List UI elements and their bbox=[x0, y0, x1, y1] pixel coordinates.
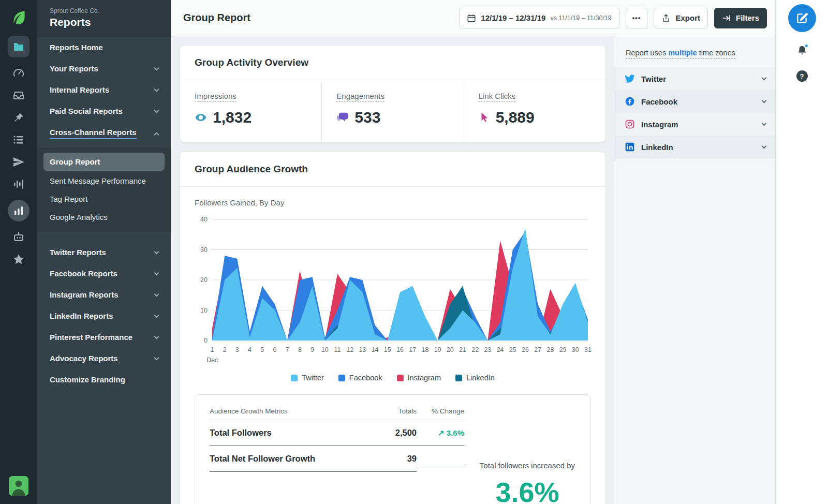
sidebar-item-customize-branding[interactable]: Customize Branding bbox=[37, 369, 171, 390]
legend-item-linkedin[interactable]: LinkedIn bbox=[455, 374, 495, 382]
reports-folder-icon[interactable] bbox=[8, 36, 29, 57]
chevron-down-icon bbox=[762, 76, 767, 81]
table-row-total: 39 bbox=[354, 446, 417, 472]
chevron-down-icon bbox=[762, 121, 767, 126]
sidebar-item-label: Facebook Reports bbox=[50, 269, 117, 278]
svg-text:14: 14 bbox=[372, 346, 379, 353]
sidebar: Sprout Coffee Co. Reports Reports Home Y… bbox=[37, 0, 171, 504]
sidebar-item-paid-social-reports[interactable]: Paid Social Reports bbox=[37, 100, 171, 122]
dashboard-gauge-icon[interactable] bbox=[12, 66, 25, 80]
metric-label[interactable]: Engagements bbox=[336, 92, 385, 102]
filters-button[interactable]: Filters bbox=[714, 8, 767, 28]
svg-text:7: 7 bbox=[286, 346, 289, 353]
sidebar-subitem-google-analytics[interactable]: Google Analytics bbox=[37, 208, 171, 226]
network-row-instagram[interactable]: Instagram bbox=[615, 113, 775, 136]
sprout-logo-icon[interactable] bbox=[9, 7, 28, 27]
sidebar-item-your-reports[interactable]: Your Reports bbox=[37, 58, 171, 79]
audience-growth-chart: 0102030401234567891011121314151617181920… bbox=[195, 210, 592, 365]
sidebar-subitem-group-report[interactable]: Group Report bbox=[43, 153, 165, 171]
metric-value: 5,889 bbox=[496, 109, 535, 126]
facebook-icon bbox=[625, 96, 635, 107]
chevron-down-icon bbox=[762, 144, 767, 149]
legend-label: Twitter bbox=[302, 374, 324, 382]
audience-growth-table: Audience Growth Metrics Totals % Change … bbox=[195, 395, 464, 504]
sidebar-item-label: Customize Branding bbox=[50, 375, 125, 384]
growth-summary: Total followers increased by 3.6% bbox=[464, 395, 590, 504]
svg-text:12: 12 bbox=[346, 346, 353, 353]
send-plane-icon[interactable] bbox=[12, 155, 25, 169]
sidebar-subitem-tag-report[interactable]: Tag Report bbox=[37, 190, 171, 208]
instagram-icon bbox=[625, 119, 635, 129]
metric-engagements: Engagements 533 bbox=[322, 80, 464, 142]
cross-channel-submenu: Group Report Sent Message Performance Ta… bbox=[37, 147, 171, 232]
network-row-twitter[interactable]: Twitter bbox=[615, 67, 775, 90]
report-content: Group Activity Overview Impressions 1,83… bbox=[171, 36, 615, 504]
sidebar-item-label: Pinterest Performance bbox=[50, 333, 132, 342]
table-row-change: ↗ 3.6% bbox=[417, 421, 464, 446]
sidebar-item-linkedin-reports[interactable]: LinkedIn Reports bbox=[37, 305, 171, 327]
company-name: Sprout Coffee Co. bbox=[50, 7, 158, 14]
date-range-label: 12/1/19 – 12/31/19 bbox=[481, 13, 545, 22]
sidebar-item-reports-home[interactable]: Reports Home bbox=[37, 37, 171, 58]
network-row-facebook[interactable]: Facebook bbox=[615, 90, 775, 113]
help-button[interactable]: ? bbox=[796, 70, 808, 82]
sidebar-item-internal-reports[interactable]: Internal Reports bbox=[37, 79, 171, 100]
chart-subtitle: Followers Gained, By Day bbox=[180, 187, 605, 209]
metric-label[interactable]: Link Clicks bbox=[479, 92, 516, 102]
sidebar-item-twitter-reports[interactable]: Twitter Reports bbox=[37, 242, 171, 263]
bot-icon[interactable] bbox=[12, 230, 25, 244]
page-title: Group Report bbox=[183, 12, 250, 24]
date-range-button[interactable]: 12/1/19 – 12/31/19 vs 11/1/19 – 11/30/19 bbox=[459, 8, 619, 28]
sidebar-item-pinterest-performance[interactable]: Pinterest Performance bbox=[37, 327, 171, 348]
svg-text:2: 2 bbox=[223, 346, 227, 353]
notifications-bell-icon[interactable] bbox=[796, 45, 808, 56]
listening-waves-icon[interactable] bbox=[12, 177, 25, 191]
network-label: Instagram bbox=[641, 120, 678, 129]
svg-text:30: 30 bbox=[572, 346, 579, 353]
table-header: Totals bbox=[354, 407, 417, 420]
chevron-down-icon bbox=[154, 108, 159, 113]
export-button[interactable]: Export bbox=[654, 8, 708, 28]
sidebar-lower-group: Twitter Reports Facebook Reports Instagr… bbox=[37, 238, 171, 390]
reports-bars-icon[interactable] bbox=[8, 200, 29, 221]
group-audience-growth-card: Group Audience Growth Followers Gained, … bbox=[180, 152, 606, 504]
legend-swatch bbox=[455, 375, 462, 381]
compose-button[interactable] bbox=[788, 4, 816, 32]
sidebar-item-label: Reports Home bbox=[50, 43, 103, 52]
svg-text:15: 15 bbox=[384, 346, 391, 353]
sidebar-item-facebook-reports[interactable]: Facebook Reports bbox=[37, 263, 171, 284]
inbox-icon[interactable] bbox=[12, 88, 25, 102]
svg-text:3: 3 bbox=[235, 346, 239, 353]
sidebar-header: Sprout Coffee Co. Reports bbox=[37, 0, 171, 37]
legend-label: Facebook bbox=[349, 374, 382, 382]
sidebar-item-instagram-reports[interactable]: Instagram Reports bbox=[37, 284, 171, 305]
network-label: Facebook bbox=[641, 97, 677, 106]
network-row-linkedin[interactable]: LinkedIn bbox=[615, 136, 775, 158]
chevron-up-icon bbox=[154, 132, 159, 137]
sidebar-title: Reports bbox=[50, 16, 158, 28]
legend-item-twitter[interactable]: Twitter bbox=[291, 374, 324, 382]
legend-item-facebook[interactable]: Facebook bbox=[338, 374, 382, 382]
svg-text:31: 31 bbox=[584, 346, 592, 353]
table-header: % Change bbox=[417, 407, 464, 420]
pin-icon[interactable] bbox=[12, 111, 25, 124]
svg-text:10: 10 bbox=[321, 346, 329, 353]
metric-label[interactable]: Impressions bbox=[195, 92, 236, 102]
svg-text:22: 22 bbox=[471, 346, 479, 353]
sidebar-item-advocacy-reports[interactable]: Advocacy Reports bbox=[37, 348, 171, 369]
sidebar-subitem-sent-message-performance[interactable]: Sent Message Performance bbox=[37, 172, 171, 190]
svg-text:17: 17 bbox=[409, 346, 416, 353]
more-options-button[interactable]: ••• bbox=[626, 8, 648, 28]
metrics-row: Impressions 1,832 Engagements bbox=[180, 80, 605, 142]
sidebar-item-label: Paid Social Reports bbox=[50, 107, 123, 115]
network-label: Twitter bbox=[641, 75, 666, 83]
list-icon[interactable] bbox=[12, 133, 25, 146]
user-avatar[interactable] bbox=[9, 476, 28, 496]
svg-text:10: 10 bbox=[200, 307, 208, 314]
icon-rail bbox=[0, 0, 37, 504]
timezone-multiple-link[interactable]: multiple bbox=[668, 49, 697, 57]
star-icon[interactable] bbox=[12, 253, 25, 266]
metric-link-clicks: Link Clicks 5,889 bbox=[464, 80, 605, 142]
sidebar-item-cross-channel-reports[interactable]: Cross-Channel Reports bbox=[37, 122, 171, 145]
legend-item-instagram[interactable]: Instagram bbox=[397, 374, 441, 382]
